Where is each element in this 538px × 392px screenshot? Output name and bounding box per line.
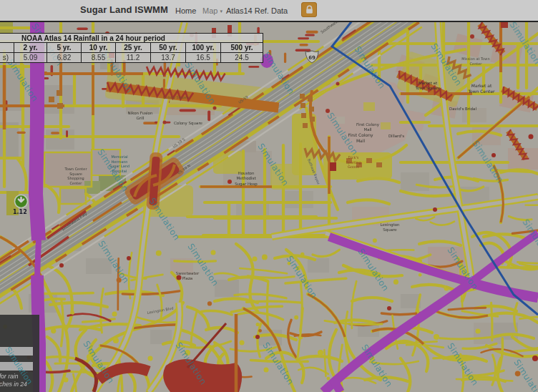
rainfall-value-cell: 6.82 xyxy=(47,52,82,62)
rainfall-col-header: 100 yr. xyxy=(186,43,221,53)
rainfall-col-header: 500 yr. xyxy=(221,43,263,53)
rainfall-table-title-row: NOAA Atlas 14 Rainfall in a 24 hour peri… xyxy=(0,34,263,43)
culdesac-dot xyxy=(373,238,377,242)
rainfall-value-cell: 11.2 xyxy=(116,52,151,62)
culdesac-dot xyxy=(51,328,56,333)
legend-text-line-2: ches in 24 xyxy=(0,381,42,388)
nav-item-atlas14-ref-data[interactable]: Atlas14 Ref. Data xyxy=(226,6,288,15)
rainfall-value-cell: 16.5 xyxy=(186,52,221,62)
map-svg: 69 Nikon FusionGrillColony SquareColony … xyxy=(0,22,538,392)
nav-item-map[interactable]: Map▾ xyxy=(202,6,222,15)
legend-text-line-1: for rain xyxy=(0,373,42,380)
culdesac-dot xyxy=(71,311,74,315)
rainfall-value-cell: 24.5 xyxy=(221,52,263,62)
chevron-down-icon: ▾ xyxy=(220,9,222,14)
rainfall-col-header: 50 yr. xyxy=(151,43,186,53)
culdesac-dot xyxy=(60,316,64,320)
culdesac-dot xyxy=(300,253,304,256)
rainfall-col-header: 10 yr. xyxy=(82,43,116,53)
map-poi-label: David's Bridal xyxy=(449,107,476,111)
rainfall-table: NOAA Atlas 14 Rainfall in a 24 hour peri… xyxy=(0,33,263,63)
legend-swatch-2[interactable] xyxy=(0,362,33,371)
app-header: Sugar Land ISWMM Home Map▾ Atlas14 Ref. … xyxy=(0,0,538,22)
rainfall-col-header: 5 yr. xyxy=(47,43,82,53)
rainfall-value-cell: 13.7 xyxy=(151,52,186,62)
culdesac-dot xyxy=(207,301,212,305)
culdesac-dot xyxy=(393,280,398,285)
svg-text:1.12: 1.12 xyxy=(13,209,27,215)
lock-icon xyxy=(305,5,314,14)
culdesac-dot xyxy=(258,329,262,333)
map-poi-label: Dick'sSportingGoods xyxy=(346,155,361,169)
app-title: Sugar Land ISWMM xyxy=(80,4,168,15)
map-canvas[interactable]: 69 Nikon FusionGrillColony SquareColony … xyxy=(0,22,538,392)
rainfall-table-header-row: 2 yr.5 yr.10 yr.25 yr.50 yr.100 yr.500 y… xyxy=(0,43,263,53)
rainfall-value-cell: 8.55 xyxy=(82,52,116,62)
culdesac-dot xyxy=(156,250,162,256)
culdesac-dot xyxy=(262,255,268,260)
culdesac-dot xyxy=(256,323,260,326)
map-poi-label: Colony Square xyxy=(174,121,203,126)
map-poi-label: Dillard's xyxy=(388,134,404,138)
rainfall-col-header: 25 yr. xyxy=(116,43,151,53)
header-action-button[interactable] xyxy=(301,2,317,17)
rainfall-col-header: 2 yr. xyxy=(14,43,47,53)
map-poi-label: Market atTown Square xyxy=(415,81,441,91)
street-squiggle xyxy=(491,303,492,340)
street-squiggle xyxy=(36,293,93,294)
culdesac-dot xyxy=(294,315,298,320)
street-squiggle xyxy=(267,281,268,328)
legend-panel: for rain ches in 24 xyxy=(0,315,39,392)
app-window: 69 Nikon FusionGrillColony SquareColony … xyxy=(0,0,538,392)
legend-swatch-1[interactable] xyxy=(0,347,33,356)
culdesac-dot xyxy=(419,273,422,277)
map-poi-label: Market atTown Center xyxy=(467,83,495,94)
rainfall-table-title: NOAA Atlas 14 Rainfall in a 24 hour peri… xyxy=(0,34,263,43)
nav-item-home[interactable]: Home xyxy=(175,6,196,15)
rainfall-value-cell: 5.09 xyxy=(14,52,47,62)
rainfall-table-value-row: s) 5.096.828.5511.213.716.524.5 xyxy=(0,52,263,62)
map-poi-label: Colony Square xyxy=(163,95,189,100)
svg-text:69: 69 xyxy=(308,55,316,61)
rainfall-table-row-label: s) xyxy=(0,52,14,62)
rainfall-table-corner-cell xyxy=(0,43,14,53)
culdesac-dot xyxy=(326,377,330,381)
